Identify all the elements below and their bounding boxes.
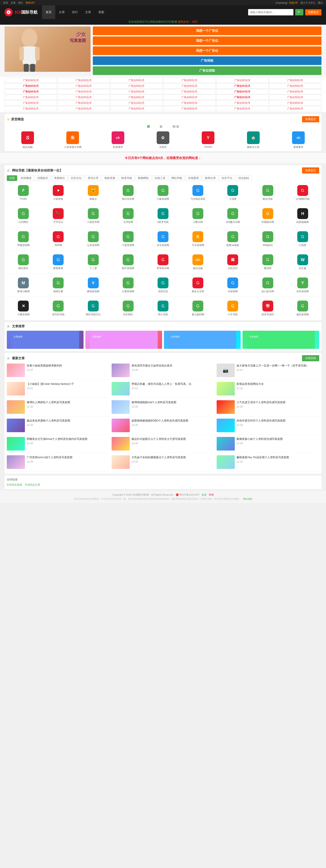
site-item-20[interactable]: G 淘草网 <box>42 229 75 249</box>
article-item-8[interactable]: 微博细细跑跑Ula个人资料及写真套图 12-20 <box>111 400 214 416</box>
ad-cell[interactable]: 广告位50元/月 <box>163 89 216 94</box>
site-item-14[interactable]: G 9技术导航 <box>146 206 180 226</box>
site-item-7[interactable]: G 大漠萝 <box>216 183 249 203</box>
nav-vip-top[interactable]: 赞助VIP <box>26 1 35 4</box>
quality-free-submit-button[interactable]: 免费提交 <box>302 116 319 122</box>
quality-item[interactable]: ch 私密重库 <box>97 131 139 149</box>
article-rec-item-3[interactable]: 文章推荐 <box>164 331 241 349</box>
user-center-link[interactable]: 进入个人中心 <box>300 1 315 4</box>
article-item-1[interactable]: 快看小姐姐美图超棒养眼利利 12-37 <box>7 364 109 380</box>
quality-item[interactable]: ✿ 尤美芭 <box>142 131 184 149</box>
site-item-52[interactable]: G 小牛导航 <box>216 299 249 318</box>
site-item-29[interactable]: G 繁警家视 <box>42 253 75 272</box>
site-item-10[interactable]: G 九州网站 <box>7 206 40 226</box>
ad-cell[interactable]: 广告位50元/月 <box>216 89 269 94</box>
article-item-6[interactable]: 影视远美资源网站大全 12-21 <box>217 382 319 398</box>
ad-btn-1[interactable]: 我想一个广告位 <box>93 27 322 35</box>
site-item-19[interactable]: G 帝楼游戏网 <box>7 229 40 249</box>
quality-item[interactable]: S 精品高融 <box>7 131 48 149</box>
site-item-finally[interactable]: F Finally <box>7 183 40 203</box>
site-item-27[interactable]: G 口游票 <box>286 229 319 249</box>
ad-cell[interactable]: 广告位50元/月 <box>110 89 163 94</box>
cat-tab-imglib[interactable]: 在线图库 <box>186 175 201 181</box>
site-item-50[interactable]: G 绅士导航 <box>146 299 180 318</box>
footer-sitemap-link[interactable]: 网站地图 <box>243 498 252 500</box>
ad-cell[interactable]: 广告位50元/月 <box>269 83 322 89</box>
quality-item[interactable]: Y Yandex <box>187 131 229 149</box>
site-item-47[interactable]: G 老司机导航 <box>42 299 75 318</box>
site-item-51[interactable]: G 看么磁利网 <box>181 299 215 318</box>
nav-free-submit-button[interactable]: 免费提交 <box>302 167 319 174</box>
site-item-16[interactable]: G 168趣乐乐网 <box>216 206 249 226</box>
site-item-2[interactable]: ♥ 小篮审童 <box>42 183 75 203</box>
ad-cell[interactable]: 广告位50元/月 <box>58 89 110 94</box>
site-item-38[interactable]: G 城垭目素 <box>42 276 75 295</box>
search-input[interactable] <box>248 9 293 16</box>
footer-report-link[interactable]: 举报 <box>209 493 214 496</box>
article-item-18[interactable]: 嫩模羞脸Yau Yin远莅视个人资料及写真套图 12-20 <box>217 455 319 471</box>
site-item-23[interactable]: G 冰冷游戏网 <box>146 229 180 249</box>
cat-tab-comp[interactable]: 综合贴站 <box>236 175 252 181</box>
nav-home[interactable]: 首页 <box>42 5 55 19</box>
footer-link-2[interactable]: 918优达文章 <box>25 483 40 487</box>
ad-cell[interactable]: 广告位50元/月 <box>163 95 216 100</box>
site-item-41[interactable]: G 清别无忧 <box>146 276 180 295</box>
site-item-22[interactable]: G 小篮游戏网 <box>111 229 145 249</box>
site-item-25[interactable]: G 免费vle电影 <box>216 229 249 249</box>
cat-tab-social[interactable]: 社区论坛 <box>68 175 84 181</box>
site-item-36[interactable]: W 站长蔓 <box>286 253 319 272</box>
article-item-12[interactable]: 肉色年模艾特符个人资料及性感写真套图 12-20 <box>217 418 319 435</box>
site-item-6[interactable]: G 飞空精品系统 <box>181 183 215 203</box>
ad-btn-5[interactable]: 广告位招租 <box>93 66 322 75</box>
article-item-3[interactable]: 📷 超大家每天流量上万一定进一步啊~一堆一子（高手请无视） 12-21 <box>217 364 319 380</box>
site-item-28[interactable]: G 网站推交 <box>7 253 40 272</box>
article-item-11[interactable]: 超图细细被猫跑BOBO个人资料及性感写真套图 12-20 <box>111 418 214 435</box>
ad-cell[interactable]: 广告位50元/月 <box>269 78 322 83</box>
cat-tab-all[interactable]: 全部 <box>7 175 17 181</box>
site-item-9[interactable]: G 123网精导航 <box>286 183 319 203</box>
article-item-7[interactable]: 微博红人网路私个人资料及写真套图 12-20 <box>7 400 109 416</box>
site-item-42[interactable]: G 麻金云互联 <box>181 276 215 295</box>
site-item-26[interactable]: G 99电影站 <box>251 229 284 249</box>
site-item-33[interactable]: ZDC 秘达见敏 <box>181 253 215 272</box>
site-item-37[interactable]: M 梦绕小帆网 <box>7 276 40 295</box>
ad-cell[interactable]: 广告位50元/月 <box>4 89 57 94</box>
online-submit-button[interactable]: 在线投稿 <box>302 355 319 361</box>
site-item-53[interactable]: 帝 游录导游特 <box>251 299 284 318</box>
ad-cell[interactable]: 广告位50元/月 <box>216 100 269 105</box>
quality-tab-zang[interactable]: 藏 <box>147 125 150 129</box>
article-rec-item-1[interactable]: 文章推荐 <box>7 331 84 349</box>
site-item-31[interactable]: G 秋叶游戏网 <box>111 253 145 272</box>
ad-cell[interactable]: 广告位50元/月 <box>163 106 216 111</box>
ad-cell[interactable]: 广告位50元/月 <box>4 100 57 105</box>
ad-cell[interactable]: 广告位50元/月 <box>269 95 322 100</box>
cat-tab-webmaster[interactable]: 站长平台 <box>219 175 235 181</box>
ad-cell[interactable]: 广告位50元/月 <box>58 106 110 111</box>
nav-gallery[interactable]: 美图 <box>95 5 108 19</box>
quality-item[interactable]: 🏠 摄影办公室 <box>232 131 274 149</box>
ad-cell[interactable]: 广告位50元/月 <box>4 78 57 83</box>
ad-cell[interactable]: 广告位50元/月 <box>216 106 269 111</box>
site-item-32[interactable]: G 零零铸乐网 <box>146 253 180 272</box>
ad-cell[interactable]: 广告位50元/月 <box>163 100 216 105</box>
ad-cell[interactable]: 广告位50元/月 <box>269 100 322 105</box>
ad-cell[interactable]: 广告位50元/月 <box>216 83 269 89</box>
ad-cell[interactable]: 广告位50元/月 <box>58 83 110 89</box>
header-submit-button[interactable]: 免费提交 <box>305 9 322 16</box>
site-item-45[interactable]: Y 永恒游戏网 <box>286 276 319 295</box>
ad-btn-4[interactable]: 广告招租 <box>93 56 322 65</box>
site-item-30[interactable]: G 十二室 <box>76 253 109 272</box>
ad-cell[interactable]: 广告位50元/月 <box>110 95 163 100</box>
article-rec-item-4[interactable]: 文章推荐 <box>242 331 319 349</box>
ad-cell[interactable]: 广告位50元/月 <box>216 78 269 83</box>
article-item-15[interactable]: 酥胸美脸小妹个人资料及性感写真套图 12-20 <box>217 437 319 453</box>
site-item-34[interactable]: 燃 主机百科 <box>216 253 249 272</box>
footer-beian-link[interactable]: 备案 <box>202 493 207 496</box>
quality-item[interactable]: ch 看视量库 <box>278 131 319 149</box>
nav-category[interactable]: 分类 <box>55 5 68 19</box>
site-item-13[interactable]: G 九州技网 <box>111 206 145 226</box>
ad-btn-2[interactable]: 我想一个广告位 <box>93 36 322 45</box>
ad-btn-3[interactable]: 我想一个广告位 <box>93 46 322 55</box>
footer-link-1[interactable]: 918优达游戏 <box>7 483 22 487</box>
ad-cell[interactable]: 广告位50元/月 <box>58 95 110 100</box>
